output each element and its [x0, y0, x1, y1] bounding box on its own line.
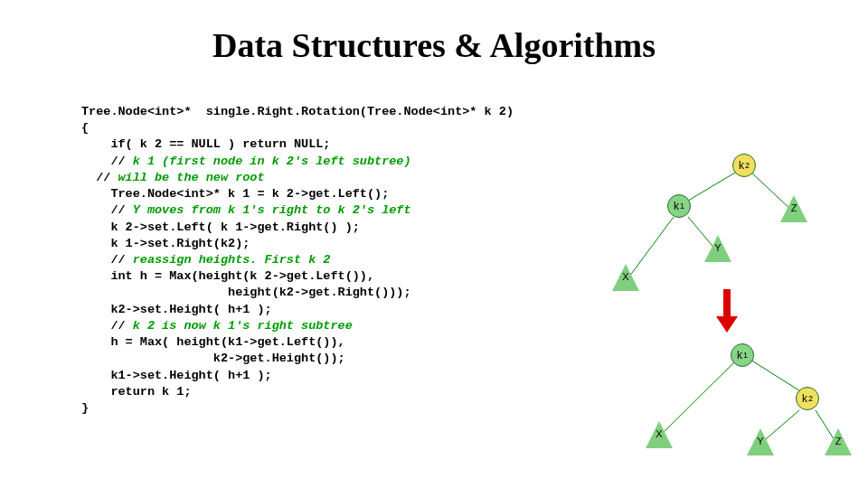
code-line: h = Max( height(k1->get.Left()), — [81, 334, 514, 351]
code-block: Tree.Node<int>* single.Right.Rotation(Tr… — [81, 104, 514, 417]
code-line: int h = Max(height(k 2->get.Left()), — [81, 268, 514, 285]
code-line: // Y moves from k 1's right to k 2's lef… — [81, 202, 514, 219]
subtree-label-y: Y — [704, 242, 731, 253]
code-line: k1->set.Height( h+1 ); — [81, 368, 514, 384]
code-line: if( k 2 == NULL ) return NULL; — [81, 136, 514, 153]
tree-node-k2: k2 — [732, 154, 756, 177]
code-line: return k 1; — [81, 384, 514, 400]
tree-node-k1: k1 — [667, 194, 691, 218]
tree-node-k1: k1 — [731, 343, 754, 367]
svg-line-0 — [688, 170, 740, 201]
code-line: k 2->set.Left( k 1->get.Right() ); — [81, 220, 514, 236]
subtree-label-y: Y — [747, 436, 774, 446]
code-line: k2->set.Height( h+1 ); — [81, 302, 514, 318]
svg-marker-5 — [716, 316, 738, 333]
subtree-label-x: X — [646, 428, 673, 439]
code-line: // k 1 (first node in k 2's left subtree… — [81, 154, 514, 170]
code-line: Tree.Node<int>* single.Right.Rotation(Tr… — [81, 104, 514, 120]
code-line: // reassign heights. First k 2 — [81, 252, 514, 268]
code-line: // k 2 is now k 1's right subtree — [81, 318, 514, 334]
arrow-icon — [716, 289, 738, 334]
code-line: } — [81, 400, 514, 417]
subtree-label-z: Z — [825, 436, 852, 446]
code-line: Tree.Node<int>* k 1 = k 2->get.Left(); — [81, 186, 514, 202]
tree-after: k1 k2 X Y Z — [615, 334, 850, 479]
code-line: k2->get.Height()); — [81, 351, 514, 367]
svg-line-7 — [750, 360, 805, 394]
code-line: { — [81, 120, 514, 136]
code-line: height(k2->get.Right())); — [81, 285, 514, 301]
page-title: Data Structures & Algorithms — [0, 25, 868, 65]
code-line: // will be the new root — [81, 170, 514, 186]
subtree-label-z: Z — [780, 202, 807, 213]
subtree-label-x: X — [612, 271, 639, 282]
tree-node-k2: k2 — [796, 387, 819, 410]
svg-rect-4 — [723, 289, 731, 318]
tree-before: k2 k1 Z Y X — [590, 145, 816, 316]
code-line: k 1->set.Right(k2); — [81, 236, 514, 252]
